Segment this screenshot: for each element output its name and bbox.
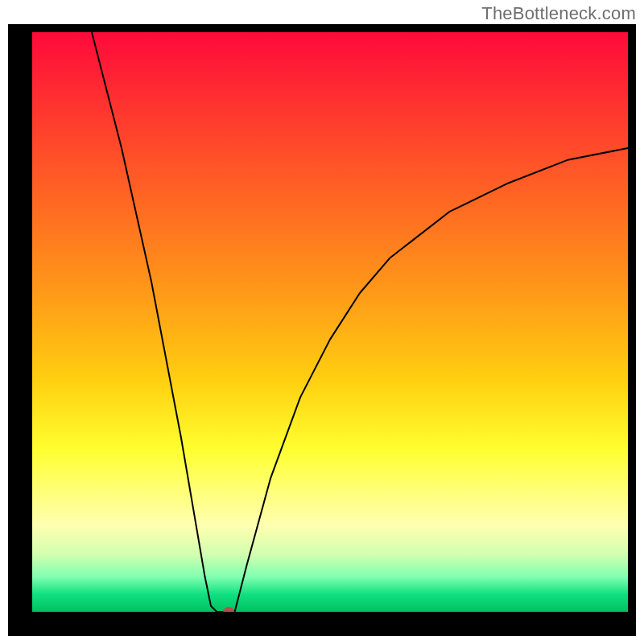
plot-gradient-background	[32, 32, 628, 612]
min-marker-dot	[223, 607, 234, 612]
curve-left-branch	[92, 32, 217, 612]
bottleneck-curve	[32, 32, 628, 612]
curve-right-branch	[217, 148, 628, 612]
watermark-text: TheBottleneck.com	[481, 3, 636, 24]
chart-stage: TheBottleneck.com	[0, 0, 644, 644]
plot-border	[8, 24, 636, 636]
